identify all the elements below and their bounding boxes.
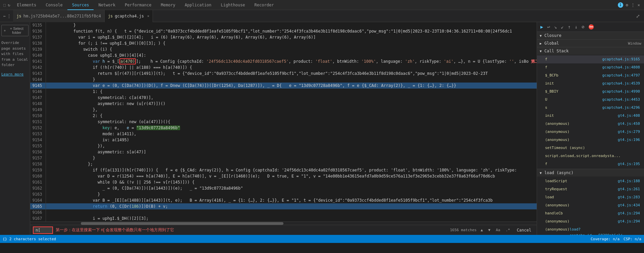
tab-elements[interactable]: Elements <box>12 0 41 10</box>
close-icon[interactable]: ✕ <box>638 3 640 7</box>
resume-btn[interactable]: ▶ <box>540 23 544 30</box>
call-stack-item[interactable]: (anonymous)gt4.js:450 <box>537 120 644 128</box>
call-stack-item[interactable]: sgcaptcha4.js:4296 <box>537 104 644 112</box>
tab-application[interactable]: Application <box>180 0 216 10</box>
load-loc[interactable]: gt4.js:261 <box>618 186 640 192</box>
load-async-body: loadScriptgt4.js:188tryRequestgt4.js:261… <box>537 176 644 235</box>
call-stack-loc[interactable]: gt4.js:408 <box>618 113 640 119</box>
load-async-item[interactable]: tryRequestgt4.js:261 <box>537 185 644 193</box>
call-stack-item[interactable]: setTimeout (async) <box>537 144 644 152</box>
code-scroll[interactable]: 9135 }9136 function f(t, n) { t = {"devi… <box>30 22 537 221</box>
search-input[interactable] <box>33 226 53 234</box>
file-tab-close[interactable]: ✕ <box>147 14 149 18</box>
tab-network[interactable]: Network <box>94 0 120 10</box>
call-stack-item[interactable]: $_BBIYgcaptcha4.js:4990 <box>537 88 644 96</box>
load-loc[interactable]: load?captcha_id...58309ab&cli... <box>570 226 640 235</box>
search-right: 1656 matches ▲ ▼ Aa .* Cancel <box>450 227 534 233</box>
load-loc[interactable]: gt4.js:283 <box>618 194 640 200</box>
call-stack-item[interactable]: script.onload,script.onreadysta... <box>537 152 644 160</box>
tab-memory[interactable]: Memory <box>156 0 180 10</box>
settings-icon[interactable]: ⚙ <box>626 3 628 7</box>
call-stack-loc[interactable]: gcaptcha4.js:4296 <box>602 105 640 111</box>
call-stack-header[interactable]: ▼ Call Stack <box>537 47 644 55</box>
call-stack-item[interactable]: initgt4.js:408 <box>537 112 644 120</box>
back-icon[interactable]: ← <box>3 14 6 18</box>
tab-lighthouse[interactable]: Lighthouse <box>216 0 250 10</box>
call-stack-loc[interactable]: gcaptcha4.js:9165 <box>602 56 640 62</box>
call-stack-item[interactable]: fgcaptcha4.js:4808 <box>537 63 644 71</box>
step-out-btn[interactable]: ↙ <box>560 23 564 30</box>
code-line: 2: { <box>46 113 537 119</box>
learn-more-link[interactable]: Learn more <box>1 72 29 77</box>
call-stack-loc[interactable]: gt4.js:450 <box>618 121 640 127</box>
step-into-btn[interactable]: ↘ <box>553 23 557 30</box>
line-number: 9166 <box>30 209 46 215</box>
call-stack-item[interactable]: (anonymous)gt4.js:196 <box>537 136 644 144</box>
call-stack-loc[interactable]: gcaptcha4.js:4797 <box>602 72 640 79</box>
scrollbar-thumb[interactable] <box>81 222 283 225</box>
tab-sources[interactable]: Sources <box>67 0 94 10</box>
load-async-item[interactable]: loadScriptgt4.js:188 <box>537 177 644 185</box>
load-async-item[interactable]: (anonymous)gt4.js:294 <box>537 217 644 225</box>
tab-performance[interactable]: Performance <box>120 0 156 10</box>
match-case-btn[interactable]: Aa <box>494 227 501 233</box>
call-stack-loc[interactable]: gt4.js:279 <box>618 129 640 135</box>
prev-match-btn[interactable]: ▲ <box>479 227 484 233</box>
call-stack-loc[interactable]: gt4.js:195 <box>618 161 640 167</box>
file-icon-gc: js <box>108 14 113 18</box>
call-stack-item[interactable]: $_BCFbgcaptcha4.js:4797 <box>537 71 644 80</box>
load-async-item[interactable]: (anonymous)gt4.js:434 <box>537 201 644 209</box>
line-number: 9158 <box>30 161 46 167</box>
load-loc[interactable]: gt4.js:188 <box>618 178 640 184</box>
line-number: 9153 <box>30 131 46 137</box>
line-number: 9138 <box>30 40 46 46</box>
load-loc[interactable]: gt4.js:294 <box>618 218 640 224</box>
code-table: 9135 }9136 function f(t, n) { t = {"devi… <box>30 22 537 221</box>
deactivate-btn[interactable]: ⊘ <box>581 23 585 30</box>
forward-icon[interactable]: ⋮ <box>7 14 11 18</box>
call-stack-loc[interactable]: gcaptcha4.js:4990 <box>602 89 640 95</box>
line-number: 9165 <box>30 203 46 209</box>
code-line: var e = (0, C[Da(74)])(D(), f = Dnew (C[… <box>46 83 537 89</box>
regex-btn[interactable]: .* <box>504 227 511 233</box>
call-stack-loc[interactable]: gcaptcha4.js:4539 <box>602 81 640 87</box>
closure-header[interactable]: ▼ Closure <box>537 32 644 39</box>
call-stack-item[interactable]: Ugcaptcha4.js:4453 <box>537 96 644 104</box>
step-over-btn[interactable]: ↩ <box>546 23 550 30</box>
global-header[interactable]: ▶ Global Window <box>537 40 644 47</box>
file-tab-gcaptcha[interactable]: js gcaptcha4.js ✕ <box>105 10 153 22</box>
more-icon[interactable]: ⋮ <box>631 3 635 7</box>
next-match-btn[interactable]: ▼ <box>487 227 492 233</box>
sidebar: + + Select folder Override page assets w… <box>0 22 30 235</box>
collapse-icon[interactable]: ⤢ <box>636 13 640 19</box>
call-stack-loc[interactable]: gcaptcha4.js:4453 <box>602 97 640 103</box>
call-stack-item[interactable]: fgt4.js:195 <box>537 160 644 168</box>
line-number: 9162 <box>30 185 46 191</box>
load-loc[interactable]: gt4.js:294 <box>618 210 640 216</box>
file-tab-hm[interactable]: js hm.js?25b04a5e7...88e2711fb5f0c4 <box>13 10 105 22</box>
select-folder-button[interactable]: + + Select folder <box>1 25 29 36</box>
load-async-item[interactable]: (anonymous)load?captcha_id...58309ab&cli… <box>537 225 644 235</box>
load-async-item[interactable]: handleCbgt4.js:294 <box>537 209 644 217</box>
call-stack-body: fgcaptcha4.js:9165fgcaptcha4.js:4808$_BC… <box>537 55 644 169</box>
load-async-header[interactable]: ▼ load (async) <box>537 169 644 176</box>
step-back-btn[interactable]: ↓ <box>574 23 578 30</box>
tab-console[interactable]: Console <box>41 0 67 10</box>
call-stack-fn: f <box>545 64 547 70</box>
call-stack-fn: init <box>545 81 554 87</box>
tab-recorder[interactable]: Recorder <box>250 0 279 10</box>
line-number: 9160 <box>30 173 46 179</box>
load-loc[interactable]: gt4.js:434 <box>618 202 640 208</box>
call-stack-item[interactable]: fgcaptcha4.js:9165 <box>537 55 644 63</box>
call-stack-loc[interactable]: gt4.js:196 <box>618 137 640 143</box>
horizontal-scrollbar[interactable] <box>30 221 537 225</box>
call-stack-item[interactable]: (anonymous)gt4.js:279 <box>537 128 644 136</box>
call-stack-item[interactable]: initgcaptcha4.js:4539 <box>537 80 644 88</box>
call-stack-loc[interactable]: gcaptcha4.js:4808 <box>602 64 640 70</box>
load-async-item[interactable]: loadgt4.js:283 <box>537 193 644 201</box>
code-line: return $[r(47)][r(1491)](t); t = {"devic… <box>46 70 537 77</box>
code-line: } <box>46 191 537 197</box>
pause-exceptions-btn[interactable]: ⛔ <box>588 23 595 30</box>
cancel-search-btn[interactable]: Cancel <box>514 227 534 233</box>
step-btn[interactable]: ↑ <box>567 23 571 30</box>
